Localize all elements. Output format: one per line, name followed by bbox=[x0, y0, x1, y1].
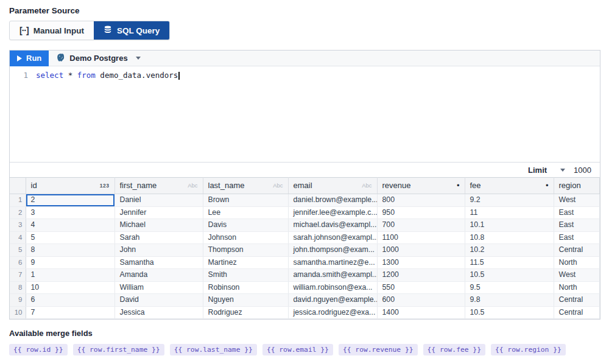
merge-field-chip-last-name[interactable]: {{ row.last_name }} bbox=[170, 344, 257, 355]
run-button[interactable]: Run bbox=[10, 51, 49, 66]
table-cell[interactable]: william.robinson@exa... bbox=[288, 281, 377, 294]
table-cell[interactable]: Robinson bbox=[203, 281, 288, 294]
table-cell[interactable]: Brown bbox=[203, 194, 288, 207]
tab-sql-query[interactable]: SQL Query bbox=[94, 21, 169, 40]
table-cell[interactable]: Lee bbox=[203, 206, 288, 219]
table-cell[interactable]: amanda.smith@exampl... bbox=[288, 269, 377, 282]
table-cell[interactable]: North bbox=[554, 281, 600, 294]
merge-field-chip-region[interactable]: {{ row.region }} bbox=[491, 344, 566, 355]
table-cell[interactable]: 1 bbox=[26, 269, 114, 282]
table-cell[interactable]: 950 bbox=[377, 206, 465, 219]
table-cell[interactable]: 10.5 bbox=[465, 306, 554, 319]
table-cell[interactable]: East bbox=[554, 231, 600, 244]
table-cell[interactable]: West bbox=[554, 269, 600, 282]
table-cell[interactable]: sarah.johnson@exampl... bbox=[288, 231, 377, 244]
table-cell[interactable]: Jessica bbox=[114, 306, 203, 319]
row-number[interactable]: 3 bbox=[10, 219, 26, 232]
column-header-fee[interactable]: fee• bbox=[465, 178, 554, 194]
table-cell[interactable]: 1100 bbox=[377, 231, 465, 244]
table-cell[interactable]: David bbox=[114, 294, 203, 307]
column-header-region[interactable]: region bbox=[554, 178, 600, 194]
table-cell[interactable]: 9 bbox=[26, 256, 114, 269]
table-cell[interactable]: John bbox=[114, 244, 203, 257]
table-cell[interactable]: 600 bbox=[377, 294, 465, 307]
table-cell[interactable]: 4 bbox=[26, 219, 114, 232]
table-cell[interactable]: West bbox=[554, 194, 600, 207]
table-cell[interactable]: 10.8 bbox=[465, 231, 554, 244]
table-cell[interactable]: Michael bbox=[114, 219, 203, 232]
row-number[interactable]: 2 bbox=[10, 206, 26, 219]
table-cell[interactable]: Samantha bbox=[114, 256, 203, 269]
table-cell-selected[interactable]: 2 bbox=[26, 194, 114, 207]
table-cell[interactable]: 9.2 bbox=[465, 194, 554, 207]
column-header-id[interactable]: id123 bbox=[26, 178, 114, 194]
column-header-email[interactable]: emailAbc bbox=[288, 178, 377, 194]
table-cell[interactable]: Nguyen bbox=[203, 294, 288, 307]
table-cell[interactable]: North bbox=[554, 256, 600, 269]
table-cell[interactable]: 6 bbox=[26, 294, 114, 307]
table-cell[interactable]: 10.2 bbox=[465, 244, 554, 257]
table-cell[interactable]: david.nguyen@example... bbox=[288, 294, 377, 307]
table-cell[interactable]: daniel.brown@example... bbox=[288, 194, 377, 207]
table-cell[interactable]: 3 bbox=[26, 206, 114, 219]
table-cell[interactable]: 8 bbox=[26, 244, 114, 257]
table-cell[interactable]: Smith bbox=[203, 269, 288, 282]
table-cell[interactable]: jessica.rodriguez@exa... bbox=[288, 306, 377, 319]
table-cell[interactable]: 7 bbox=[26, 306, 114, 319]
column-header-first-name[interactable]: first_nameAbc bbox=[114, 178, 203, 194]
table-cell[interactable]: Thompson bbox=[203, 244, 288, 257]
table-cell[interactable]: Daniel bbox=[114, 194, 203, 207]
table-cell[interactable]: 700 bbox=[377, 219, 465, 232]
table-cell[interactable]: Central bbox=[554, 294, 600, 307]
row-number[interactable]: 1 bbox=[10, 194, 26, 207]
table-cell[interactable]: East bbox=[554, 206, 600, 219]
table-cell[interactable]: 1200 bbox=[377, 269, 465, 282]
table-cell[interactable]: 10.5 bbox=[465, 269, 554, 282]
table-cell[interactable]: Central bbox=[554, 244, 600, 257]
row-number[interactable]: 8 bbox=[10, 281, 26, 294]
column-header-last-name[interactable]: last_nameAbc bbox=[203, 178, 288, 194]
table-cell[interactable]: 1000 bbox=[377, 244, 465, 257]
table-cell[interactable]: 550 bbox=[377, 281, 465, 294]
tab-manual-input[interactable]: [··] Manual Input bbox=[10, 21, 94, 40]
table-cell[interactable]: 11 bbox=[465, 206, 554, 219]
merge-field-chip-revenue[interactable]: {{ row.revenue }} bbox=[339, 344, 418, 355]
merge-field-chip-fee[interactable]: {{ row.fee }} bbox=[423, 344, 485, 355]
row-number[interactable]: 7 bbox=[10, 269, 26, 282]
table-cell[interactable]: Central bbox=[554, 306, 600, 319]
table-cell[interactable]: 10 bbox=[26, 281, 114, 294]
table-cell[interactable]: William bbox=[114, 281, 203, 294]
chevron-down-icon[interactable] bbox=[560, 169, 565, 172]
column-header-revenue[interactable]: revenue• bbox=[377, 178, 465, 194]
table-cell[interactable]: john.thompson@exam... bbox=[288, 244, 377, 257]
table-cell[interactable]: michael.davis@exampl... bbox=[288, 219, 377, 232]
row-number[interactable]: 9 bbox=[10, 294, 26, 307]
table-cell[interactable]: Amanda bbox=[114, 269, 203, 282]
table-cell[interactable]: 800 bbox=[377, 194, 465, 207]
table-cell[interactable]: 1400 bbox=[377, 306, 465, 319]
table-cell[interactable]: jennifer.lee@example.c... bbox=[288, 206, 377, 219]
datasource-selector[interactable]: Demo Postgres bbox=[49, 53, 147, 64]
table-cell[interactable]: Johnson bbox=[203, 231, 288, 244]
table-cell[interactable]: 9.5 bbox=[465, 281, 554, 294]
table-cell[interactable]: Davis bbox=[203, 219, 288, 232]
table-cell[interactable]: Jennifer bbox=[114, 206, 203, 219]
table-cell[interactable]: samantha.martinez@e... bbox=[288, 256, 377, 269]
merge-field-chip-id[interactable]: {{ row.id }} bbox=[9, 344, 68, 355]
table-cell[interactable]: East bbox=[554, 219, 600, 232]
row-number[interactable]: 10 bbox=[10, 306, 26, 319]
sql-code-editor[interactable]: 1select * from demo_data.vendors bbox=[10, 66, 600, 162]
merge-field-chip-email[interactable]: {{ row.email }} bbox=[262, 344, 333, 355]
merge-field-chip-first-name[interactable]: {{ row.first_name }} bbox=[73, 344, 164, 355]
table-cell[interactable]: Martinez bbox=[203, 256, 288, 269]
table-cell[interactable]: 11.5 bbox=[465, 256, 554, 269]
table-cell[interactable]: Sarah bbox=[114, 231, 203, 244]
row-number[interactable]: 4 bbox=[10, 231, 26, 244]
table-cell[interactable]: 9.8 bbox=[465, 294, 554, 307]
table-cell[interactable]: 5 bbox=[26, 231, 114, 244]
table-cell[interactable]: 10.1 bbox=[465, 219, 554, 232]
row-number[interactable]: 6 bbox=[10, 256, 26, 269]
table-cell[interactable]: Rodriguez bbox=[203, 306, 288, 319]
row-number[interactable]: 5 bbox=[10, 244, 26, 257]
limit-value[interactable]: 1000 bbox=[574, 166, 591, 175]
